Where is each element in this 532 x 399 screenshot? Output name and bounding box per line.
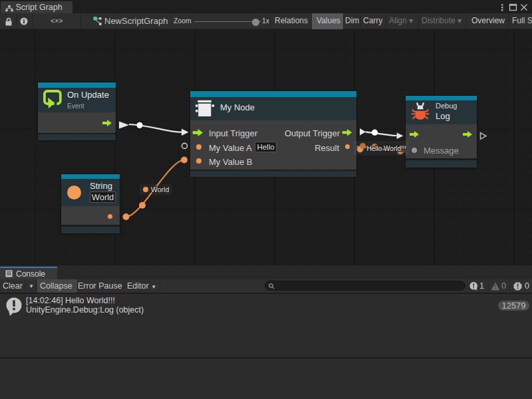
svg-text:Hello World!!!: Hello World!!! — [367, 145, 407, 152]
svg-text:World: World — [151, 186, 169, 194]
